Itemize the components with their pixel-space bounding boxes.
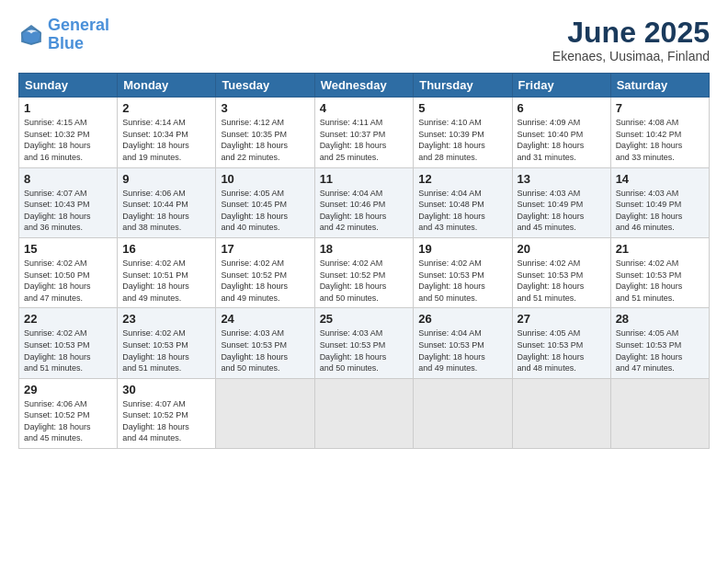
day-number: 4: [320, 101, 409, 115]
day-number: 15: [24, 242, 112, 256]
day-number: 6: [518, 101, 606, 115]
table-row: 25Sunrise: 4:03 AMSunset: 10:53 PMDaylig…: [314, 308, 414, 378]
table-row: 13Sunrise: 4:03 AMSunset: 10:49 PMDaylig…: [512, 167, 610, 237]
table-row: [512, 378, 610, 448]
day-info: Sunrise: 4:02 AMSunset: 10:53 PMDaylight…: [418, 259, 485, 303]
table-row: 14Sunrise: 4:03 AMSunset: 10:49 PMDaylig…: [610, 167, 709, 237]
table-row: [216, 378, 314, 448]
table-row: 16Sunrise: 4:02 AMSunset: 10:51 PMDaylig…: [118, 237, 216, 307]
table-row: 23Sunrise: 4:02 AMSunset: 10:53 PMDaylig…: [118, 308, 216, 378]
table-row: [414, 378, 512, 448]
day-number: 5: [418, 101, 506, 115]
day-info: Sunrise: 4:02 AMSunset: 10:53 PMDaylight…: [616, 259, 683, 303]
logo-icon: [18, 22, 44, 48]
day-info: Sunrise: 4:07 AMSunset: 10:52 PMDaylight…: [122, 399, 189, 443]
day-info: Sunrise: 4:03 AMSunset: 10:53 PMDaylight…: [221, 328, 288, 373]
day-info: Sunrise: 4:02 AMSunset: 10:53 PMDaylight…: [518, 259, 585, 303]
col-sunday: Sunday: [19, 74, 118, 98]
col-tuesday: Tuesday: [216, 74, 314, 98]
day-info: Sunrise: 4:02 AMSunset: 10:51 PMDaylight…: [122, 259, 189, 303]
table-row: [314, 378, 414, 448]
table-row: 10Sunrise: 4:05 AMSunset: 10:45 PMDaylig…: [216, 167, 314, 237]
table-row: 26Sunrise: 4:04 AMSunset: 10:53 PMDaylig…: [414, 308, 512, 378]
day-number: 8: [24, 172, 112, 186]
calendar-week-4: 22Sunrise: 4:02 AMSunset: 10:53 PMDaylig…: [19, 308, 710, 378]
table-row: 8Sunrise: 4:07 AMSunset: 10:43 PMDayligh…: [19, 167, 118, 237]
table-row: 17Sunrise: 4:02 AMSunset: 10:52 PMDaylig…: [216, 237, 314, 307]
calendar-week-5: 29Sunrise: 4:06 AMSunset: 10:52 PMDaylig…: [19, 378, 710, 448]
table-row: 27Sunrise: 4:05 AMSunset: 10:53 PMDaylig…: [512, 308, 610, 378]
day-info: Sunrise: 4:02 AMSunset: 10:53 PMDaylight…: [122, 328, 189, 373]
col-saturday: Saturday: [610, 74, 709, 98]
day-number: 23: [122, 312, 210, 326]
day-info: Sunrise: 4:07 AMSunset: 10:43 PMDaylight…: [24, 189, 91, 233]
day-info: Sunrise: 4:09 AMSunset: 10:40 PMDaylight…: [518, 118, 585, 162]
day-number: 18: [320, 242, 409, 256]
day-number: 14: [616, 172, 704, 186]
day-info: Sunrise: 4:03 AMSunset: 10:49 PMDaylight…: [616, 189, 683, 233]
table-row: 30Sunrise: 4:07 AMSunset: 10:52 PMDaylig…: [118, 378, 216, 448]
calendar-week-2: 8Sunrise: 4:07 AMSunset: 10:43 PMDayligh…: [19, 167, 710, 237]
calendar-header-row: Sunday Monday Tuesday Wednesday Thursday…: [19, 74, 710, 98]
day-number: 26: [418, 312, 506, 326]
day-info: Sunrise: 4:05 AMSunset: 10:53 PMDaylight…: [616, 328, 683, 373]
table-row: 7Sunrise: 4:08 AMSunset: 10:42 PMDayligh…: [610, 98, 709, 167]
day-info: Sunrise: 4:04 AMSunset: 10:46 PMDaylight…: [320, 189, 387, 233]
day-number: 27: [518, 312, 606, 326]
table-row: 24Sunrise: 4:03 AMSunset: 10:53 PMDaylig…: [216, 308, 314, 378]
day-number: 28: [616, 312, 704, 326]
day-info: Sunrise: 4:02 AMSunset: 10:52 PMDaylight…: [221, 259, 288, 303]
day-info: Sunrise: 4:03 AMSunset: 10:53 PMDaylight…: [320, 328, 387, 373]
day-number: 21: [616, 242, 704, 256]
day-number: 19: [418, 242, 506, 256]
day-info: Sunrise: 4:10 AMSunset: 10:39 PMDaylight…: [418, 118, 485, 162]
day-info: Sunrise: 4:02 AMSunset: 10:52 PMDaylight…: [320, 259, 387, 303]
day-info: Sunrise: 4:04 AMSunset: 10:53 PMDaylight…: [418, 328, 485, 373]
day-info: Sunrise: 4:05 AMSunset: 10:53 PMDaylight…: [518, 328, 585, 373]
day-info: Sunrise: 4:14 AMSunset: 10:34 PMDaylight…: [122, 118, 189, 162]
location: Ekenaes, Uusimaa, Finland: [552, 49, 710, 63]
day-info: Sunrise: 4:02 AMSunset: 10:50 PMDaylight…: [24, 259, 91, 303]
table-row: 5Sunrise: 4:10 AMSunset: 10:39 PMDayligh…: [414, 98, 512, 167]
day-number: 16: [122, 242, 210, 256]
table-row: 20Sunrise: 4:02 AMSunset: 10:53 PMDaylig…: [512, 237, 610, 307]
day-info: Sunrise: 4:02 AMSunset: 10:53 PMDaylight…: [24, 328, 91, 373]
day-info: Sunrise: 4:06 AMSunset: 10:44 PMDaylight…: [122, 189, 189, 233]
day-info: Sunrise: 4:15 AMSunset: 10:32 PMDaylight…: [24, 118, 91, 162]
table-row: 4Sunrise: 4:11 AMSunset: 10:37 PMDayligh…: [314, 98, 414, 167]
day-info: Sunrise: 4:03 AMSunset: 10:49 PMDaylight…: [518, 189, 585, 233]
day-number: 17: [221, 242, 309, 256]
table-row: [610, 378, 709, 448]
month-title: June 2025: [552, 17, 710, 49]
day-number: 22: [24, 312, 112, 326]
table-row: 19Sunrise: 4:02 AMSunset: 10:53 PMDaylig…: [414, 237, 512, 307]
day-info: Sunrise: 4:08 AMSunset: 10:42 PMDaylight…: [616, 118, 683, 162]
logo: General Blue: [18, 17, 109, 53]
table-row: 12Sunrise: 4:04 AMSunset: 10:48 PMDaylig…: [414, 167, 512, 237]
logo-general: General: [48, 16, 109, 34]
table-row: 2Sunrise: 4:14 AMSunset: 10:34 PMDayligh…: [118, 98, 216, 167]
day-info: Sunrise: 4:06 AMSunset: 10:52 PMDaylight…: [24, 399, 91, 443]
day-number: 10: [221, 172, 309, 186]
day-number: 7: [616, 101, 704, 115]
day-number: 24: [221, 312, 309, 326]
day-number: 11: [320, 172, 409, 186]
day-number: 3: [221, 101, 309, 115]
calendar-week-1: 1Sunrise: 4:15 AMSunset: 10:32 PMDayligh…: [19, 98, 710, 167]
day-number: 13: [518, 172, 606, 186]
table-row: 9Sunrise: 4:06 AMSunset: 10:44 PMDayligh…: [118, 167, 216, 237]
table-row: 21Sunrise: 4:02 AMSunset: 10:53 PMDaylig…: [610, 237, 709, 307]
table-row: 22Sunrise: 4:02 AMSunset: 10:53 PMDaylig…: [19, 308, 118, 378]
header: General Blue June 2025 Ekenaes, Uusimaa,…: [18, 17, 710, 63]
col-friday: Friday: [512, 74, 610, 98]
table-row: 18Sunrise: 4:02 AMSunset: 10:52 PMDaylig…: [314, 237, 414, 307]
day-number: 9: [122, 172, 210, 186]
table-row: 1Sunrise: 4:15 AMSunset: 10:32 PMDayligh…: [19, 98, 118, 167]
day-info: Sunrise: 4:04 AMSunset: 10:48 PMDaylight…: [418, 189, 485, 233]
day-number: 2: [122, 101, 210, 115]
table-row: 6Sunrise: 4:09 AMSunset: 10:40 PMDayligh…: [512, 98, 610, 167]
day-number: 12: [418, 172, 506, 186]
day-info: Sunrise: 4:11 AMSunset: 10:37 PMDaylight…: [320, 118, 387, 162]
day-info: Sunrise: 4:12 AMSunset: 10:35 PMDaylight…: [221, 118, 288, 162]
page: General Blue June 2025 Ekenaes, Uusimaa,…: [0, 0, 728, 563]
